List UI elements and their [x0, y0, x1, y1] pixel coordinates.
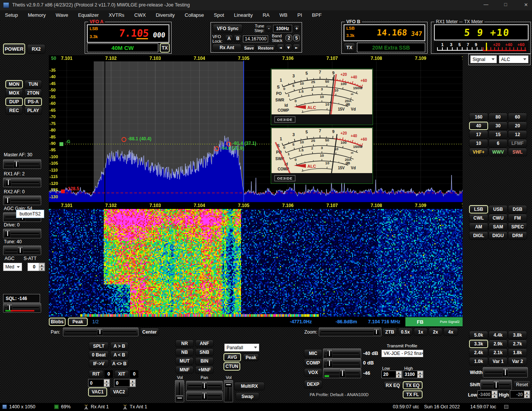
rx1-af-slider[interactable] — [3, 178, 41, 187]
waterfall-display[interactable] — [49, 209, 463, 317]
rx-meter-mode-select[interactable]: Signal — [470, 55, 497, 63]
mode-fm-button[interactable]: FM — [508, 214, 527, 222]
menu-wb[interactable]: WB — [275, 10, 293, 20]
filter-33k-button[interactable]: 3.3k — [469, 340, 488, 348]
width-slider[interactable] — [483, 367, 528, 377]
vfo-lock-b-button[interactable]: B — [234, 35, 242, 42]
a-swap-b-button[interactable]: A <> B — [110, 360, 129, 368]
zoom-4x-button[interactable]: 4x — [444, 328, 458, 336]
mode-sam-button[interactable]: SAM — [489, 223, 508, 231]
band-swl-button[interactable]: SWL — [508, 148, 527, 156]
bin-button[interactable]: BIN — [195, 357, 214, 365]
band-vhf-button[interactable]: VHF+ — [469, 148, 488, 156]
tx-meter-mode-select[interactable]: ALC — [499, 55, 529, 63]
comp-slider[interactable] — [323, 358, 361, 368]
vac2-button[interactable]: VAC2 — [109, 387, 129, 397]
menu-xvtrs[interactable]: XVTRs — [104, 10, 129, 20]
if-to-vfo-button[interactable]: IF->V — [89, 360, 109, 368]
play-button[interactable]: PLAY — [24, 106, 42, 115]
menu-spot[interactable]: Spot — [209, 10, 229, 20]
xit-button[interactable]: XIT — [114, 370, 129, 378]
menu-diversity[interactable]: Diversity — [151, 10, 180, 20]
vox-slider[interactable] — [323, 368, 361, 378]
filter-24k-button[interactable]: 2.4k — [469, 348, 488, 357]
filter-44k-button[interactable]: 4.4k — [489, 331, 508, 339]
zoom-1x-button[interactable]: 1x — [414, 328, 428, 336]
band-stack-2[interactable]: 5 — [293, 35, 300, 41]
menu-cwx[interactable]: CWX — [129, 10, 151, 20]
rec-button[interactable]: REC — [5, 106, 23, 115]
mode-drm-button[interactable]: DRM — [508, 231, 527, 240]
restore-button[interactable]: Restore — [256, 45, 275, 51]
close-button[interactable]: ✕ — [524, 2, 528, 8]
waterfall-canvas[interactable] — [49, 209, 463, 317]
power-button[interactable]: POWER — [3, 43, 25, 55]
s-att-stepper[interactable]: 0 ▲▼ — [27, 263, 45, 271]
band-30-button[interactable]: 30 — [489, 122, 508, 130]
multirx-button[interactable]: MultiRX — [234, 382, 265, 390]
tx-high-stepper[interactable]: 3100▲▼ — [403, 371, 423, 378]
mut-button[interactable]: MUT — [175, 357, 194, 365]
mode-cwl-button[interactable]: CWL — [469, 214, 488, 222]
band-stack-1[interactable]: 2 — [286, 35, 292, 41]
tun-button[interactable]: TUN — [24, 80, 42, 88]
mnf-button[interactable]: MNF — [175, 366, 194, 374]
band-15-button[interactable]: 15 — [489, 130, 508, 139]
band-12-button[interactable]: 12 — [508, 130, 527, 139]
frequency-entry-field[interactable]: 14.167000 — [243, 35, 268, 42]
zoom-05x-button[interactable]: 0.5x — [398, 328, 413, 336]
menu-wave[interactable]: Wave — [51, 10, 73, 20]
menu-pi[interactable]: PI — [293, 10, 307, 20]
mode-spec-button[interactable]: SPEC — [508, 223, 527, 231]
filter-18k-button[interactable]: 1.8k — [508, 348, 527, 357]
rx-ant-button[interactable]: Rx Ant — [212, 44, 241, 51]
band-lfmf-button[interactable]: LFMF — [508, 139, 527, 148]
rit-button[interactable]: RIT — [89, 370, 103, 378]
transmit-profile-select[interactable]: VK-JOE - PS2 fina — [381, 350, 423, 357]
2ton-button[interactable]: 2TON — [24, 89, 42, 97]
tx-eq-button[interactable]: TX EQ — [403, 381, 423, 389]
mode-lsb-button[interactable]: LSB — [469, 205, 488, 214]
mode-digl-button[interactable]: DIGL — [469, 231, 488, 240]
filter-38k-button[interactable]: 3.8k — [508, 331, 527, 339]
peak-blob-button[interactable]: Peak — [68, 318, 88, 326]
vol1-slider[interactable] — [175, 380, 184, 402]
vox-button[interactable]: VOX — [304, 368, 322, 377]
band-next-button[interactable]: ► — [293, 44, 300, 51]
vol2-slider[interactable] — [224, 380, 233, 402]
mode-am-button[interactable]: AM — [469, 223, 488, 231]
menu-ra[interactable]: RA — [258, 10, 275, 20]
rx2-af-slider[interactable] — [3, 196, 41, 205]
peak-button[interactable]: Peak — [243, 354, 259, 361]
menu-collapse[interactable]: Collapse — [180, 10, 209, 20]
vfo-a-display[interactable]: LSB 3.3k 7.105 000 — [87, 24, 169, 43]
band-80-button[interactable]: 80 — [489, 113, 508, 121]
band-40-button[interactable]: 40 — [469, 122, 488, 130]
feedback-panel[interactable]: FB Pure Signal2 — [405, 317, 463, 326]
stepper-arrows[interactable]: ▲▼ — [39, 263, 45, 271]
display-mode-select[interactable]: Panafall — [224, 344, 259, 352]
mode-usb-button[interactable]: USB — [489, 205, 508, 214]
vfo-lock-a-button[interactable]: A — [225, 35, 233, 42]
band-17-button[interactable]: 17 — [469, 130, 488, 139]
mode-cwu-button[interactable]: CWU — [489, 214, 508, 222]
band-160-button[interactable]: 160 — [469, 113, 488, 121]
tune-step-up-button[interactable]: + — [294, 25, 300, 32]
sql-slider[interactable] — [3, 303, 41, 313]
filter-27k-button[interactable]: 2.7k — [508, 340, 527, 348]
dup-button[interactable]: DUP — [5, 98, 23, 106]
maximize-button[interactable]: □ — [504, 2, 507, 7]
anf-button[interactable]: ANF — [195, 340, 214, 347]
nb-button[interactable]: NB — [175, 348, 194, 356]
shift-slider[interactable] — [481, 380, 512, 390]
filter-1k-button[interactable]: 1.0k — [469, 357, 488, 366]
avg-button[interactable]: AVG — [223, 353, 241, 361]
filter-var2-button[interactable]: Var 2 — [508, 357, 527, 366]
b-to-a-button[interactable]: A < B — [110, 351, 129, 359]
tune-slider[interactable] — [3, 246, 41, 255]
band-prev-button[interactable]: ◄ — [277, 44, 284, 51]
rit-stepper[interactable]: 0▲▼ — [88, 379, 110, 387]
band-6-button[interactable]: 6 — [489, 139, 508, 148]
rx-eq-button[interactable]: RX EQ — [384, 381, 402, 389]
tx-fl-button[interactable]: TX FL — [403, 390, 423, 398]
